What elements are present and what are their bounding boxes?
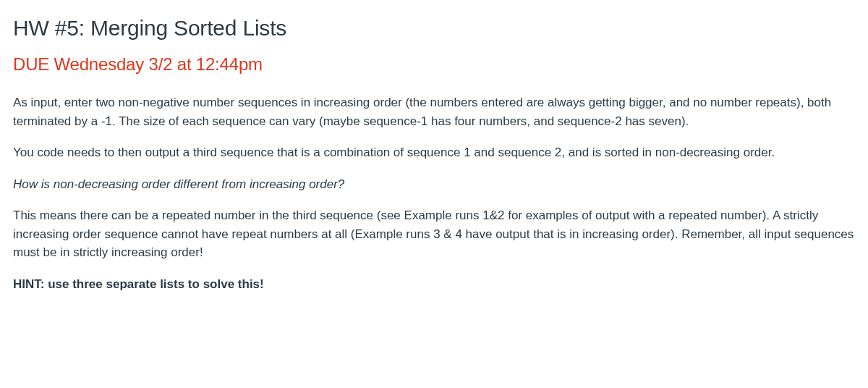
assignment-title: HW #5: Merging Sorted Lists (13, 12, 855, 44)
due-date: DUE Wednesday 3/2 at 12:44pm (13, 51, 855, 77)
hint-text: HINT: use three separate lists to solve … (13, 275, 855, 294)
instructions-paragraph-2: You code needs to then output a third se… (13, 143, 855, 162)
rhetorical-question: How is non-decreasing order different fr… (13, 175, 855, 194)
instructions-paragraph-1: As input, enter two non-negative number … (13, 93, 855, 130)
explanation-paragraph: This means there can be a repeated numbe… (13, 206, 855, 262)
